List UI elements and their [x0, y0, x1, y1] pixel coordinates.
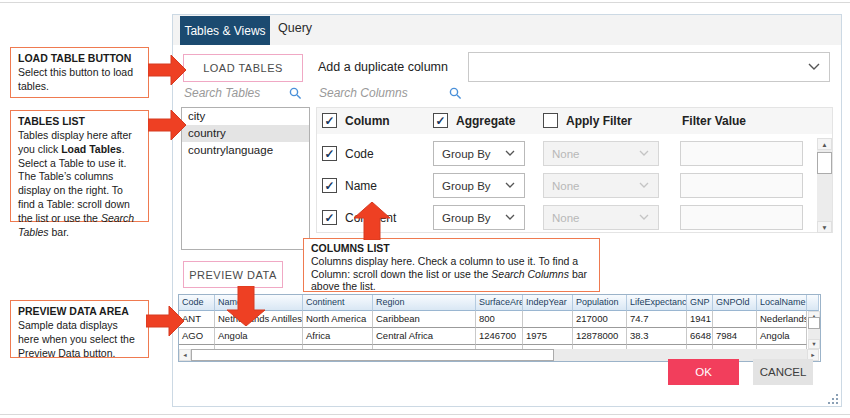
- cancel-button[interactable]: CANCEL: [753, 359, 813, 385]
- preview-cell: North America: [303, 311, 373, 328]
- aggregate-select[interactable]: Group By: [433, 205, 525, 230]
- preview-cell: 38.3: [627, 328, 687, 345]
- filter-value-input: [680, 141, 803, 166]
- aggregate-select-value: Group By: [442, 148, 491, 160]
- note-title: LOAD TABLE BUTTON: [18, 52, 141, 66]
- aggregate-header-label: Aggregate: [456, 114, 515, 128]
- chevron-down-icon: [505, 182, 515, 189]
- preview-col-header[interactable]: Continent: [303, 295, 373, 311]
- column-row-label: Code: [345, 147, 374, 161]
- row-checkbox-checked-icon[interactable]: ✓: [322, 210, 337, 225]
- add-duplicate-column-label: Add a duplicate column: [318, 60, 448, 74]
- preview-cell: Angola: [215, 328, 303, 345]
- apply-filter-header-label: Apply Filter: [566, 114, 632, 128]
- aggregate-select[interactable]: Group By: [433, 141, 525, 166]
- column-header-label: Column: [345, 114, 390, 128]
- ok-button[interactable]: OK: [668, 359, 739, 385]
- preview-cell: 1941: [687, 311, 713, 328]
- preview-data-row: AGO Angola Africa Central Africa 1246700…: [179, 328, 819, 345]
- table-list-item[interactable]: city: [182, 108, 309, 125]
- preview-data-button[interactable]: PREVIEW DATA: [183, 261, 283, 288]
- tab-query[interactable]: Query: [278, 21, 312, 35]
- note-columns-list: COLUMNS LIST Columns display here. Check…: [303, 238, 600, 292]
- columns-grid-scrollbar[interactable]: ▲ ▼: [817, 138, 832, 233]
- search-tables-input[interactable]: Search Tables: [184, 86, 260, 100]
- scrollbar-thumb[interactable]: [817, 152, 832, 174]
- preview-vertical-scrollbar[interactable]: ▲ ▼: [808, 311, 820, 349]
- preview-cell: 800: [476, 311, 523, 328]
- arrow-right-icon: [148, 55, 186, 85]
- search-icon[interactable]: [449, 87, 462, 100]
- note-title: COLUMNS LIST: [311, 242, 592, 255]
- table-list-item-selected[interactable]: country: [182, 125, 309, 142]
- search-columns-input[interactable]: Search Columns: [319, 86, 408, 100]
- preview-header-spacer: [807, 295, 819, 311]
- resize-grip-icon[interactable]: [828, 394, 839, 405]
- chevron-down-icon: [639, 214, 649, 221]
- column-header-checkbox-checked-icon[interactable]: ✓: [322, 113, 337, 128]
- preview-col-header[interactable]: SurfaceArea: [476, 295, 523, 311]
- aggregate-select[interactable]: Group By: [433, 173, 525, 198]
- arrow-right-icon: [148, 110, 186, 140]
- column-row-label: Name: [345, 179, 377, 193]
- preview-cell: 12878000: [573, 328, 627, 345]
- scroll-up-icon[interactable]: ▲: [817, 138, 832, 150]
- preview-cell: ANT: [179, 311, 215, 328]
- scroll-down-icon[interactable]: ▼: [808, 339, 820, 349]
- preview-col-header[interactable]: GNP: [687, 295, 713, 311]
- aggregate-select-value: Group By: [442, 180, 491, 192]
- preview-col-header[interactable]: LocalName: [757, 295, 807, 311]
- filter-select-value: None: [552, 148, 580, 160]
- chevron-down-icon: [505, 214, 515, 221]
- tab-tables-and-views[interactable]: Tables & Views: [180, 16, 270, 45]
- note-title: TABLES LIST: [18, 115, 141, 129]
- filter-select-disabled: None: [543, 141, 659, 166]
- filter-select-value: None: [552, 180, 580, 192]
- note-preview-data-area: PREVIEW DATA AREA Sample data displays h…: [10, 300, 149, 358]
- chevron-down-icon: [639, 182, 649, 189]
- preview-cell: Nederlandse A: [757, 311, 807, 328]
- preview-cell: 6648: [687, 328, 713, 345]
- preview-col-header[interactable]: Region: [373, 295, 476, 311]
- preview-col-header[interactable]: Code: [179, 295, 215, 311]
- preview-cell: 74.7: [627, 311, 687, 328]
- filter-value-input: [680, 205, 803, 230]
- row-checkbox-checked-icon[interactable]: ✓: [322, 146, 337, 161]
- note-title: PREVIEW DATA AREA: [18, 305, 141, 319]
- preview-cell: Central Africa: [373, 328, 476, 345]
- note-tables-list: TABLES LIST Tables display here after yo…: [10, 110, 149, 222]
- apply-filter-checkbox-unchecked[interactable]: [543, 113, 558, 128]
- scrollbar-thumb[interactable]: [808, 317, 820, 329]
- figure-bottom-border: [0, 414, 850, 415]
- preview-cell: Africa: [303, 328, 373, 345]
- arrow-right-icon: [146, 306, 184, 336]
- search-icon[interactable]: [289, 87, 302, 100]
- tables-list: city country countrylanguage: [181, 107, 310, 250]
- duplicate-column-dropdown[interactable]: [468, 52, 830, 82]
- preview-col-header[interactable]: Population: [573, 295, 627, 311]
- arrow-up-icon: [354, 202, 390, 240]
- preview-col-header[interactable]: LifeExpectancy: [627, 295, 687, 311]
- table-list-item[interactable]: countrylanguage: [182, 142, 309, 159]
- preview-cell: [523, 311, 573, 328]
- scroll-left-icon[interactable]: ◄: [179, 349, 191, 361]
- chevron-down-icon: [639, 150, 649, 157]
- documentation-figure: Tables & Views Query LOAD TABLES Add a d…: [0, 0, 850, 418]
- preview-col-header[interactable]: IndepYear: [523, 295, 573, 311]
- note-body: Sample data displays here when you selec…: [18, 319, 135, 359]
- scrollbar-thumb[interactable]: [191, 349, 554, 361]
- chevron-down-icon: [505, 150, 515, 157]
- load-tables-button[interactable]: LOAD TABLES: [183, 54, 303, 82]
- scroll-down-icon[interactable]: ▼: [817, 221, 832, 233]
- filter-select-value: None: [552, 212, 580, 224]
- tab-strip: [173, 15, 841, 45]
- figure-top-border: [0, 2, 850, 3]
- preview-col-header[interactable]: GNPOld: [713, 295, 757, 311]
- preview-cell: AGO: [179, 328, 215, 345]
- note-body: Select this button to load tables.: [18, 66, 133, 92]
- preview-cell: 1975: [523, 328, 573, 345]
- aggregate-header-checkbox-checked-icon[interactable]: ✓: [433, 113, 448, 128]
- preview-cell: 217000: [573, 311, 627, 328]
- row-checkbox-checked-icon[interactable]: ✓: [322, 178, 337, 193]
- preview-cell: Caribbean: [373, 311, 476, 328]
